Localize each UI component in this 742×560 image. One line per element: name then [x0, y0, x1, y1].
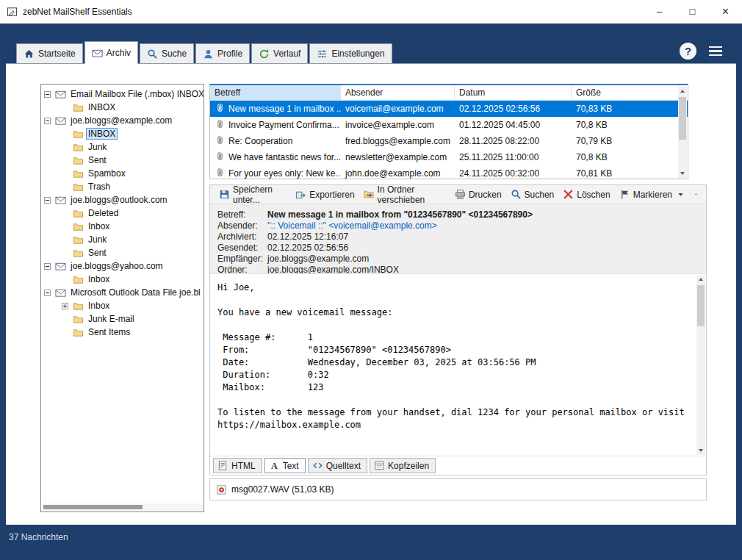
scrollbar-thumb[interactable]: [679, 97, 686, 140]
column-header-sender[interactable]: Absender: [341, 85, 455, 100]
mark-button[interactable]: Markieren: [615, 187, 691, 201]
mail-row-3[interactable]: Re: Cooperationfred.bloggs@example.com28…: [210, 133, 688, 149]
tab-suche[interactable]: Suche: [140, 43, 194, 63]
tree-item-inbox[interactable]: Inbox: [41, 299, 203, 312]
cell-size: 70,83 KB: [572, 104, 679, 114]
mail-row-5[interactable]: For your eyes only: New ke...john.doe@ex…: [210, 165, 688, 179]
collapse-preview-button[interactable]: [691, 189, 702, 200]
arrow-up-icon: [680, 90, 685, 93]
tree-item-label: Deleted: [87, 208, 120, 218]
tab-einstellungen[interactable]: Einstellungen: [309, 43, 392, 63]
tree-item-label: INBOX: [87, 102, 117, 112]
tree-item-label: joe.bloggs@yahoo.com: [69, 261, 165, 271]
mailbox-icon: [55, 261, 66, 272]
mail-row-1[interactable]: New message 1 in mailbox ...voicemail@ex…: [210, 101, 688, 117]
collapse-minus-icon[interactable]: [44, 118, 55, 124]
mailbox-icon: [55, 89, 66, 100]
tree-item-junk[interactable]: Junk: [41, 233, 203, 246]
print-button[interactable]: Drucken: [450, 187, 506, 201]
detail-label: Ordner:: [217, 265, 267, 273]
folder-icon: [73, 182, 84, 193]
column-header-size[interactable]: Größe: [572, 85, 679, 100]
view-tab-label: Text: [283, 461, 299, 471]
view-tab-html[interactable]: HTML: [213, 458, 262, 473]
cell-sender: newsletter@example.com: [341, 152, 455, 162]
detail-row: Betreff:New message 1 in mailbox from "0…: [217, 209, 706, 220]
collapse-minus-icon[interactable]: [44, 197, 55, 204]
expand-plus-icon[interactable]: [62, 303, 73, 309]
save-as-button[interactable]: Speichern unter...: [215, 183, 291, 207]
scrollbar-thumb[interactable]: [697, 285, 705, 326]
status-bar: 37 Nachrichten: [0, 525, 742, 560]
tree-item-label: Junk: [87, 142, 108, 152]
collapse-minus-icon[interactable]: [44, 290, 55, 296]
app-window: zebNet MailShelf Essentials – □ × Starts…: [0, 0, 742, 560]
paperclip-icon: [215, 118, 226, 129]
scroll-down-button[interactable]: [678, 169, 687, 178]
paperclip-icon: [215, 167, 226, 178]
tree-item-junk[interactable]: Junk: [41, 140, 203, 154]
folder-icon: [73, 327, 84, 338]
history-icon: [259, 49, 270, 60]
tree-item-label: Sent Items: [87, 327, 132, 337]
tree-item-joe-bloggs-yahoo-com[interactable]: joe.bloggs@yahoo.com: [41, 259, 203, 273]
attachment-item[interactable]: msg0027.WAV (51,03 KB): [216, 484, 334, 495]
view-tab-headers[interactable]: Kopfzeilen: [370, 458, 436, 473]
collapse-minus-icon[interactable]: [44, 91, 55, 98]
tree-item-inbox[interactable]: INBOX: [41, 101, 203, 114]
scroll-down-button[interactable]: [696, 446, 705, 455]
tab-archiv[interactable]: Archiv: [84, 41, 138, 64]
scrollbar-thumb[interactable]: [43, 505, 143, 509]
tree-item-inbox[interactable]: Inbox: [41, 273, 203, 286]
maximize-button[interactable]: □: [676, 0, 709, 24]
search-button[interactable]: Suchen: [506, 187, 559, 201]
tree-item-email-mailbox-file-mbox-inbox[interactable]: Email Mailbox File (.mbox) INBOX: [41, 87, 203, 101]
tree-item-inbox[interactable]: INBOX: [41, 127, 203, 140]
button-label: In Ordner verschieben: [378, 184, 446, 205]
cell-size: 70,79 KB: [572, 136, 679, 146]
tree-item-sent[interactable]: Sent: [41, 246, 203, 259]
tab-startseite[interactable]: Startseite: [16, 43, 83, 63]
column-header-subject[interactable]: Betreff: [210, 85, 341, 100]
tree-item-label: joe.bloggs@example.com: [69, 115, 173, 126]
folder-icon: [73, 155, 84, 166]
audio-icon: [216, 484, 227, 495]
close-button[interactable]: ×: [709, 0, 742, 24]
tree-item-deleted[interactable]: Deleted: [41, 207, 203, 220]
help-button[interactable]: ?: [680, 43, 696, 60]
cell-date: 25.11.2025 11:00:00: [455, 152, 572, 162]
view-tab-text[interactable]: AText: [264, 458, 306, 473]
delete-button[interactable]: Löschen: [558, 187, 614, 201]
message-body-scrollbar[interactable]: [696, 275, 705, 455]
mail-list-scrollbar[interactable]: [678, 87, 687, 178]
tree-horizontal-scrollbar[interactable]: [42, 503, 203, 511]
collapse-minus-icon[interactable]: [44, 263, 55, 270]
tree-item-sent[interactable]: Sent: [41, 154, 203, 167]
tab-label: Verlauf: [273, 49, 300, 59]
tree-item-trash[interactable]: Trash: [41, 180, 203, 193]
move-to-folder-button[interactable]: In Ordner verschieben: [359, 183, 450, 207]
export-button[interactable]: Exportieren: [291, 187, 359, 201]
tab-verlauf[interactable]: Verlauf: [251, 43, 308, 63]
tree-item-joe-bloggs-example-com[interactable]: joe.bloggs@example.com: [41, 114, 203, 127]
button-label: Löschen: [577, 190, 610, 200]
tree-item-sent-items[interactable]: Sent Items: [41, 326, 203, 339]
tree-item-microsoft-outlook-data-file-joe-bl[interactable]: Microsoft Outlook Data File joe.bl: [41, 286, 203, 299]
tab-profile[interactable]: Profile: [195, 43, 250, 63]
mail-row-4[interactable]: We have fantastic news for...newsletter@…: [210, 149, 688, 165]
hamburger-menu-button[interactable]: [709, 44, 722, 59]
detail-value[interactable]: ":: Voicemail ::" <voicemail@example.com…: [267, 220, 437, 231]
folder-tree: Email Mailbox File (.mbox) INBOXINBOXjoe…: [40, 84, 204, 512]
tree-item-joe-bloggs-outlook-com[interactable]: joe.bloggs@outlook.com: [41, 193, 203, 207]
tree-item-spambox[interactable]: Spambox: [41, 167, 203, 180]
cell-sender: voicemail@example.com: [341, 104, 455, 114]
tree-item-inbox[interactable]: Inbox: [41, 220, 203, 233]
tree-item-junk-e-mail[interactable]: Junk E-mail: [41, 312, 203, 326]
mail-row-2[interactable]: Invoice Payment Confirma...invoice@examp…: [210, 117, 688, 133]
detail-label: Absender:: [217, 220, 267, 231]
delete-icon: [563, 189, 574, 200]
print-icon: [455, 189, 466, 200]
view-tab-source[interactable]: Quelltext: [308, 458, 367, 473]
column-header-date[interactable]: Datum: [455, 85, 572, 100]
minimize-button[interactable]: –: [643, 0, 676, 24]
